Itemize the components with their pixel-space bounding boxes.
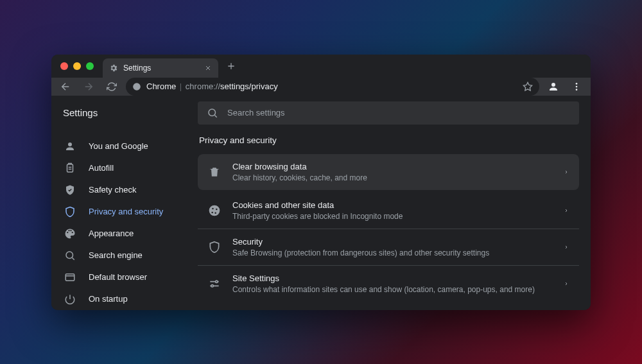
close-tab-button[interactable] — [204, 64, 212, 72]
browser-tab[interactable]: Settings — [103, 58, 218, 78]
browser-icon — [64, 272, 76, 283]
back-button[interactable] — [56, 78, 74, 96]
row-title: Site Settings — [232, 273, 552, 283]
svg-point-2 — [576, 83, 578, 85]
settings-row-cookies[interactable]: Cookies and other site dataThird-party c… — [198, 193, 579, 229]
search-icon — [64, 250, 76, 261]
row-title: Clear browsing data — [232, 162, 552, 171]
cookie-icon — [208, 204, 221, 217]
reload-button[interactable] — [103, 78, 121, 96]
search-icon — [207, 107, 218, 119]
close-window-button[interactable] — [60, 62, 68, 70]
row-body: Cookies and other site dataThird-party c… — [232, 200, 552, 221]
settings-header: Settings — [51, 96, 591, 130]
sliders-icon — [208, 277, 221, 290]
shield-icon — [64, 206, 76, 218]
sidebar-item-label: Appearance — [89, 229, 134, 238]
sidebar-item-privacy-and-security[interactable]: Privacy and security — [51, 201, 198, 223]
settings-card: Clear browsing dataClear history, cookie… — [198, 154, 579, 302]
person-icon — [64, 141, 76, 152]
shield-icon — [208, 241, 221, 254]
settings-row-security[interactable]: SecuritySafe Browsing (protection from d… — [198, 229, 579, 266]
profile-button[interactable] — [544, 78, 562, 96]
sidebar-item-on-startup[interactable]: On startup — [51, 288, 198, 310]
settings-row-site-settings[interactable]: Site SettingsControls what information s… — [198, 266, 579, 302]
gear-icon — [109, 64, 118, 73]
tab-title: Settings — [123, 64, 199, 73]
chevron-right-icon — [564, 245, 569, 250]
main-panel: Privacy and security Clear browsing data… — [198, 130, 591, 310]
address-bar[interactable]: Chrome | chrome://settings/privacy — [126, 78, 539, 96]
page-title: Settings — [63, 107, 198, 118]
chevron-right-icon — [564, 281, 569, 286]
settings-page: Settings You and GoogleAutofillSafety ch… — [51, 96, 591, 310]
svg-rect-8 — [65, 273, 74, 281]
sidebar-item-autofill[interactable]: Autofill — [51, 157, 198, 179]
minimize-window-button[interactable] — [73, 62, 81, 70]
svg-rect-6 — [67, 164, 73, 172]
clipboard-icon — [64, 162, 76, 174]
svg-point-3 — [576, 85, 578, 87]
shield-check-icon — [64, 184, 76, 196]
svg-point-4 — [576, 89, 578, 91]
chevron-right-icon — [564, 169, 569, 175]
row-title: Cookies and other site data — [232, 200, 552, 210]
svg-point-10 — [211, 284, 213, 286]
bookmark-star-icon[interactable] — [523, 82, 533, 92]
svg-point-5 — [209, 109, 216, 116]
site-info-icon[interactable] — [132, 82, 141, 91]
new-tab-button[interactable] — [222, 57, 240, 75]
maximize-window-button[interactable] — [86, 62, 94, 70]
settings-sidebar: You and GoogleAutofillSafety checkPrivac… — [51, 130, 198, 310]
svg-point-9 — [216, 281, 218, 282]
palette-icon — [64, 228, 76, 239]
svg-marker-1 — [523, 82, 532, 91]
row-title: Security — [232, 237, 552, 247]
sidebar-item-label: Safety check — [89, 185, 136, 195]
window-controls — [58, 62, 103, 70]
trash-icon — [208, 166, 221, 178]
sidebar-item-label: Default browser — [89, 272, 147, 282]
settings-body: You and GoogleAutofillSafety checkPrivac… — [51, 130, 591, 310]
row-subtitle: Safe Browsing (protection from dangerous… — [232, 248, 552, 257]
browser-menu-button[interactable] — [568, 78, 586, 96]
row-subtitle: Third-party cookies are blocked in Incog… — [232, 212, 552, 221]
sidebar-item-search-engine[interactable]: Search engine — [51, 245, 198, 266]
sidebar-item-safety-check[interactable]: Safety check — [51, 179, 198, 201]
svg-point-0 — [133, 83, 141, 91]
forward-button[interactable] — [80, 78, 98, 96]
tab-bar: Settings — [51, 55, 591, 78]
row-subtitle: Clear history, cookies, cache, and more — [232, 173, 552, 182]
search-input[interactable] — [227, 108, 570, 117]
section-heading: Privacy and security — [198, 135, 579, 145]
power-icon — [64, 293, 76, 305]
sidebar-item-label: Privacy and security — [89, 207, 163, 216]
sidebar-item-appearance[interactable]: Appearance — [51, 223, 198, 245]
svg-point-7 — [66, 252, 73, 259]
sidebar-item-label: You and Google — [89, 141, 148, 151]
url-origin: Chrome | chrome://settings/privacy — [146, 82, 278, 91]
settings-search[interactable] — [198, 101, 579, 125]
browser-window: Settings Chrome | chrome://settings/priv… — [51, 55, 591, 310]
sidebar-item-you-and-google[interactable]: You and Google — [51, 135, 198, 157]
row-body: SecuritySafe Browsing (protection from d… — [232, 237, 552, 257]
sidebar-item-default-browser[interactable]: Default browser — [51, 266, 198, 288]
sidebar-item-label: On startup — [89, 294, 128, 304]
sidebar-item-label: Search engine — [89, 250, 143, 260]
sidebar-item-label: Autofill — [89, 163, 114, 173]
row-body: Site SettingsControls what information s… — [232, 273, 552, 294]
chevron-right-icon — [564, 208, 569, 213]
settings-row-clear-browsing-data[interactable]: Clear browsing dataClear history, cookie… — [198, 154, 579, 190]
browser-toolbar: Chrome | chrome://settings/privacy — [51, 78, 591, 96]
row-subtitle: Controls what information sites can use … — [232, 285, 552, 294]
row-body: Clear browsing dataClear history, cookie… — [232, 162, 552, 182]
